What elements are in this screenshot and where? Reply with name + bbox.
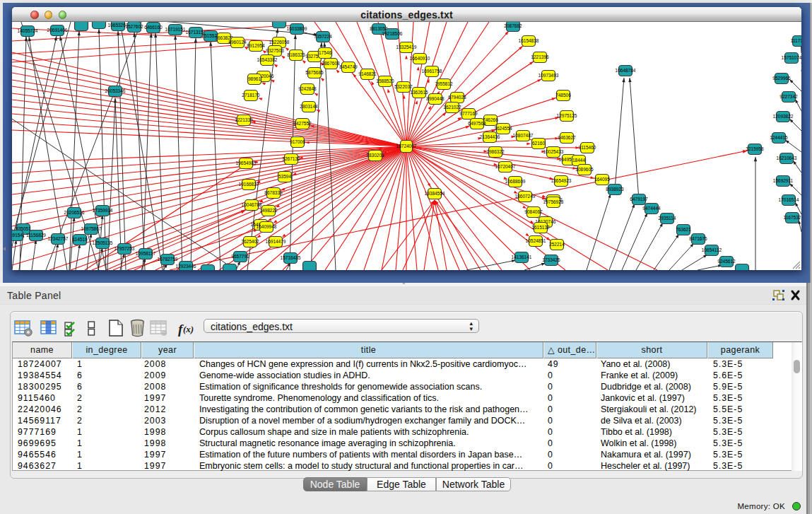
svg-text:748506: 748506 [555, 93, 571, 98]
svg-text:12975125: 12975125 [557, 113, 577, 118]
svg-text:10046788: 10046788 [242, 202, 262, 207]
svg-text:10958117: 10958117 [136, 251, 156, 256]
svg-text:1244415: 1244415 [770, 135, 788, 140]
svg-text:10524851: 10524851 [526, 238, 546, 243]
svg-text:15716485: 15716485 [281, 255, 301, 260]
svg-text:8454749: 8454749 [339, 64, 358, 69]
svg-text:1089605: 1089605 [575, 167, 594, 172]
svg-text:10648784: 10648784 [616, 68, 636, 73]
svg-text:1221396: 1221396 [531, 54, 549, 59]
svg-text:1498222: 1498222 [259, 208, 278, 213]
svg-text:10688609: 10688609 [505, 179, 526, 184]
svg-text:19384554: 19384554 [425, 191, 445, 196]
svg-text:12505135: 12505135 [93, 240, 113, 245]
svg-text:2830203: 2830203 [366, 153, 384, 158]
svg-text:114519: 114519 [72, 237, 88, 242]
svg-text:1733426: 1733426 [542, 257, 560, 262]
svg-text:10025433: 10025433 [543, 149, 564, 154]
svg-text:16961758: 16961758 [422, 69, 442, 74]
svg-text:1621022: 1621022 [443, 105, 461, 110]
svg-text:6497568: 6497568 [468, 121, 486, 126]
svg-text:3624554: 3624554 [494, 126, 512, 131]
svg-text:9463627: 9463627 [558, 135, 576, 140]
svg-text:16409948: 16409948 [257, 224, 277, 229]
svg-text:1117156: 1117156 [791, 38, 801, 43]
svg-text:3215958: 3215958 [746, 146, 764, 151]
svg-text:16033809: 16033809 [287, 26, 307, 31]
svg-text:9529966: 9529966 [772, 76, 791, 81]
svg-text:8186323: 8186323 [287, 52, 305, 57]
svg-text:9777169: 9777169 [459, 111, 478, 116]
svg-text:1615132: 1615132 [531, 225, 550, 230]
svg-text:6479197: 6479197 [630, 197, 648, 201]
svg-text:20691406: 20691406 [47, 28, 68, 33]
svg-text:10975867: 10975867 [81, 226, 102, 231]
svg-text:6794028: 6794028 [448, 95, 466, 100]
svg-text:6466160: 6466160 [144, 25, 163, 30]
svg-text:62160: 62160 [532, 141, 545, 146]
svg-text:1167532: 1167532 [784, 215, 801, 220]
svg-text:8427552: 8427552 [293, 121, 312, 126]
svg-text:10654112: 10654112 [702, 247, 722, 252]
svg-text:12923446: 12923446 [176, 264, 196, 269]
svg-text:2867608: 2867608 [322, 61, 340, 66]
svg-text:8990448: 8990448 [426, 96, 445, 101]
svg-text:5322037: 5322037 [394, 84, 413, 89]
svg-text:98961: 98961 [248, 76, 261, 81]
svg-text:9327503: 9327503 [266, 48, 284, 53]
svg-text:20053346: 20053346 [105, 88, 126, 93]
svg-text:39154: 39154 [12, 233, 23, 238]
svg-text:15226058: 15226058 [269, 40, 290, 45]
svg-text:16782759: 16782759 [158, 257, 178, 262]
svg-text:1588520: 1588520 [376, 78, 394, 83]
svg-text:7986322: 7986322 [486, 149, 505, 154]
svg-text:5875685: 5875685 [305, 70, 324, 75]
svg-text:10719151: 10719151 [165, 27, 186, 32]
svg-text:16154838: 16154838 [519, 38, 539, 43]
svg-text:15751074: 15751074 [782, 55, 801, 60]
svg-text:17546: 17546 [319, 50, 331, 55]
svg-text:19756928: 19756928 [543, 199, 564, 204]
svg-text:2803144: 2803144 [300, 104, 318, 109]
svg-text:252214: 252214 [549, 242, 565, 247]
svg-text:14136141: 14136141 [512, 255, 532, 259]
svg-text:12093822: 12093822 [773, 114, 794, 119]
svg-text:7955812: 7955812 [435, 81, 453, 86]
svg-text:20206536: 20206536 [64, 210, 85, 215]
svg-text:14055724: 14055724 [18, 28, 38, 33]
svg-text:53594: 53594 [278, 174, 291, 179]
svg-text:2087682: 2087682 [504, 23, 522, 28]
svg-text:1527602: 1527602 [125, 24, 143, 29]
svg-text:3267130: 3267130 [282, 156, 300, 161]
svg-text:15692911: 15692911 [773, 178, 794, 183]
svg-text:16210643: 16210643 [777, 156, 797, 160]
svg-text:16543382: 16543382 [257, 57, 278, 62]
svg-text:18607249: 18607249 [515, 194, 536, 199]
svg-text:17359934: 17359934 [93, 208, 113, 213]
svg-text:11156829: 11156829 [26, 233, 46, 238]
svg-text:8938923: 8938923 [606, 187, 624, 192]
svg-text:10973493: 10973493 [539, 73, 559, 78]
svg-text:7625402: 7625402 [241, 239, 259, 244]
svg-text:9242848: 9242848 [298, 86, 317, 91]
svg-text:13654923: 13654923 [551, 178, 572, 183]
svg-text:12342757: 12342757 [48, 236, 69, 241]
svg-text:9657791: 9657791 [231, 254, 249, 259]
svg-text:(x): (x) [183, 324, 194, 334]
svg-text:21364436: 21364436 [480, 134, 500, 139]
svg-text:18444: 18444 [572, 158, 585, 163]
svg-text:2935114: 2935114 [659, 216, 676, 221]
svg-text:1362615: 1362615 [410, 90, 428, 95]
svg-text:18724007: 18724007 [396, 144, 417, 148]
svg-text:15720407: 15720407 [495, 164, 516, 169]
svg-text:19218506: 19218506 [382, 31, 403, 36]
svg-text:16914479: 16914479 [266, 239, 286, 244]
svg-text:19166827: 19166827 [239, 182, 259, 187]
svg-text:9084067: 9084067 [524, 209, 543, 214]
svg-text:9146821: 9146821 [358, 71, 377, 76]
svg-text:17016514: 17016514 [779, 197, 799, 202]
svg-text:8912954: 8912954 [247, 43, 265, 48]
svg-text:7357224: 7357224 [314, 34, 332, 39]
svg-text:9227342: 9227342 [779, 94, 798, 99]
svg-text:8960124: 8960124 [228, 40, 247, 45]
